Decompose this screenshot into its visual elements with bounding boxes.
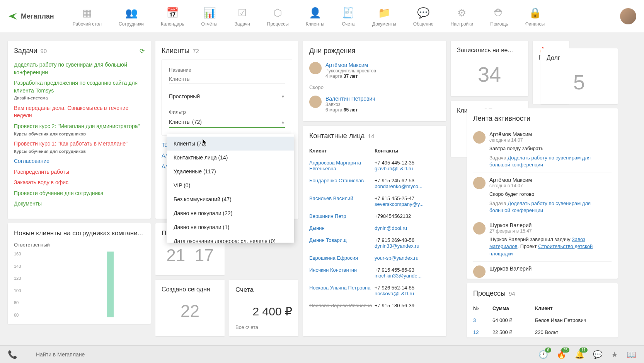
users-icon: 👥 <box>124 6 138 20</box>
activity-author[interactable]: Шурков Валерий <box>489 265 612 272</box>
nav-calendar[interactable]: 📅Календарь <box>158 4 187 28</box>
book-icon[interactable]: 📖 <box>627 350 636 359</box>
avatar <box>473 265 486 278</box>
clock-icon[interactable]: 🕐6 <box>538 350 548 359</box>
contact-email[interactable]: dynin@dool.ru <box>375 225 440 231</box>
phone-icon[interactable]: 📞 <box>8 350 17 359</box>
activity-time: 27 февраля в 15:47 <box>489 228 612 234</box>
fire-icon[interactable]: 🔥25 <box>557 350 566 359</box>
contact-email[interactable]: glavbuh@L&D.ru <box>375 166 440 171</box>
contact-email[interactable]: your-sp@yandex.ru <box>375 255 440 261</box>
cursor-icon <box>202 139 208 146</box>
chat-icon[interactable]: 💬 <box>593 350 603 359</box>
tasks-title-text: Задачи <box>14 47 37 55</box>
chart-area: 1601401201008060 <box>14 252 145 317</box>
nav-invoice[interactable]: 🧾Счета <box>338 4 358 28</box>
nav-label: Задачи <box>235 21 250 27</box>
filter-field-select[interactable]: Просторный ▼ <box>169 91 285 102</box>
new-clients-chart-widget: Новые клиенты на сотрудниках компани... … <box>8 223 151 324</box>
activity-author[interactable]: Артёмов Максим <box>489 131 612 137</box>
contact-client[interactable]: Иночкин Константин <box>309 267 375 279</box>
star-icon[interactable]: ★ <box>611 350 618 359</box>
bell-icon[interactable]: 🔔11 <box>575 350 584 359</box>
tasks-title: Задачи 90 <box>14 47 145 55</box>
contact-client[interactable]: Дынин <box>309 225 375 231</box>
nav-label: Счета <box>342 21 354 27</box>
search-input[interactable] <box>33 348 381 361</box>
filter-value-select[interactable]: Клиенты (72) ▲ <box>169 116 285 128</box>
clients-title-text: Клиенты <box>162 47 189 55</box>
nav-contacts[interactable]: 👤Клиенты <box>303 4 327 28</box>
nav-chat[interactable]: 💬Общение <box>410 4 437 28</box>
contact-client[interactable]: Вершинин Петр <box>309 213 375 219</box>
new-clients-title: Новые клиенты на сотрудниках компани... <box>14 229 145 237</box>
contact-phone: +7 915 455-65-93 <box>375 267 440 273</box>
contact-client[interactable]: Дынин Товарищ <box>309 237 375 249</box>
nav-clipboard[interactable]: ☑Задачи <box>232 4 253 28</box>
activity-author[interactable]: Артёмов Максим <box>489 177 612 183</box>
contact-email[interactable]: dynin33@yandex.ru <box>375 243 440 249</box>
task-item[interactable]: Согласование <box>14 156 145 167</box>
contacts-col-contacts: Контакты <box>375 148 440 154</box>
dropdown-option[interactable]: Удаленные (117) <box>167 164 294 178</box>
task-item[interactable]: Разработка предложения по созданию сайта… <box>14 78 145 103</box>
chat-icon: 💬 <box>416 6 430 20</box>
nav-users[interactable]: 👥Сотрудники <box>116 4 147 28</box>
chevron-up-icon: ▲ <box>281 120 285 124</box>
nav-help[interactable]: ⛑Помощь <box>487 4 511 28</box>
nav-grid[interactable]: ▦Рабочий стол <box>70 4 105 28</box>
contact-email[interactable]: inochkin33@yande... <box>375 273 440 279</box>
birthdays-widget: Дни рождения Артёмов МаксимРуководитель … <box>303 41 446 121</box>
dropdown-option[interactable]: Дата окончания договора: сл. неделя (0) <box>167 234 294 243</box>
dropdown-option[interactable]: Без коммуникаций (47) <box>167 192 294 206</box>
dropdown-option[interactable]: VIP (0) <box>167 178 294 192</box>
contact-client[interactable]: Бондаренко Станислав <box>309 178 375 189</box>
accounts-all-link[interactable]: Все счета <box>235 324 292 330</box>
nav-chart[interactable]: 📊Отчёты <box>198 4 221 28</box>
nav-flow[interactable]: ⬡Процессы <box>264 4 292 28</box>
bd-name[interactable]: Артёмов Максим <box>325 62 376 68</box>
stat-p-v1: 21 <box>166 242 185 269</box>
contacts-title: Контактные лица 14 <box>309 132 440 140</box>
contact-email[interactable]: bondarenko@myco... <box>375 183 440 189</box>
dropdown-option[interactable]: Клиенты (72) <box>167 137 294 151</box>
filter-name-input[interactable] <box>169 74 285 84</box>
dropdown-option[interactable]: Давно не покупали (22) <box>167 206 294 220</box>
calendar-icon: 📅 <box>165 6 179 20</box>
contact-client[interactable]: Осипова Лариса Ивановна <box>309 303 375 308</box>
task-item[interactable]: Заказать воду в офис <box>14 177 145 188</box>
task-item[interactable]: Доделать работу по сувенирам для большой… <box>14 60 145 78</box>
contact-email[interactable]: severskcompany@у... <box>375 201 440 207</box>
proc-num[interactable]: 3 <box>473 317 492 323</box>
activity-item: Артёмов Максимсегодня в 14:07Завтра поед… <box>473 127 612 173</box>
task-item[interactable]: Провести курс 2: "Мегаплан для администр… <box>14 121 145 139</box>
user-avatar[interactable] <box>620 8 636 24</box>
nav-folder[interactable]: 📁Документы <box>369 4 399 28</box>
clients-filter-panel: Название Просторный ▼ Фильтр Клиенты (72… <box>162 60 292 135</box>
task-item[interactable]: Распределить работы <box>14 167 145 178</box>
nav-label: Настройки <box>450 21 473 27</box>
contact-info: dynin@dool.ru <box>375 225 440 231</box>
dropdown-option[interactable]: Давно не покупали (1) <box>167 220 294 234</box>
task-item[interactable]: Провести обучение для сотрудника <box>14 188 145 199</box>
task-subtitle: Дизайн-система <box>14 95 145 101</box>
bd-name[interactable]: Валентин Петрович <box>325 96 375 102</box>
activity-author[interactable]: Шурков Валерий <box>489 222 612 228</box>
nav-gear[interactable]: ⚙Настройки <box>447 4 476 28</box>
task-item[interactable]: Документы <box>14 199 145 209</box>
task-item[interactable]: Вам переданы дела. Ознакомьтесь в течени… <box>14 103 145 121</box>
dropdown-option[interactable]: Контактные лица (14) <box>167 151 294 164</box>
task-item[interactable]: Провести курс 1: "Как работать в Мегапла… <box>14 139 145 156</box>
contact-client[interactable]: Андросова Маргарита Евгеньевна <box>309 160 375 171</box>
task-subtitle: Курсы обучения для сотрудников <box>14 131 145 137</box>
proc-client: Белов Иван Петрович <box>535 317 612 323</box>
proc-num[interactable]: 12 <box>473 329 492 335</box>
gear-icon: ⚙ <box>455 6 469 20</box>
contact-info: +7 915 245-62-53bondarenko@myco... <box>375 178 440 189</box>
contact-client[interactable]: Васильев Василий <box>309 195 375 207</box>
logo[interactable]: Мегаплан <box>8 11 54 21</box>
contact-email[interactable]: noskova@L&D.ru <box>375 291 440 296</box>
contact-client[interactable]: Носкова Ульяна Петровна <box>309 285 375 296</box>
contact-client[interactable]: Еврошкина Ефросия <box>309 255 375 261</box>
nav-safe[interactable]: 🔒Финансы <box>522 4 548 28</box>
